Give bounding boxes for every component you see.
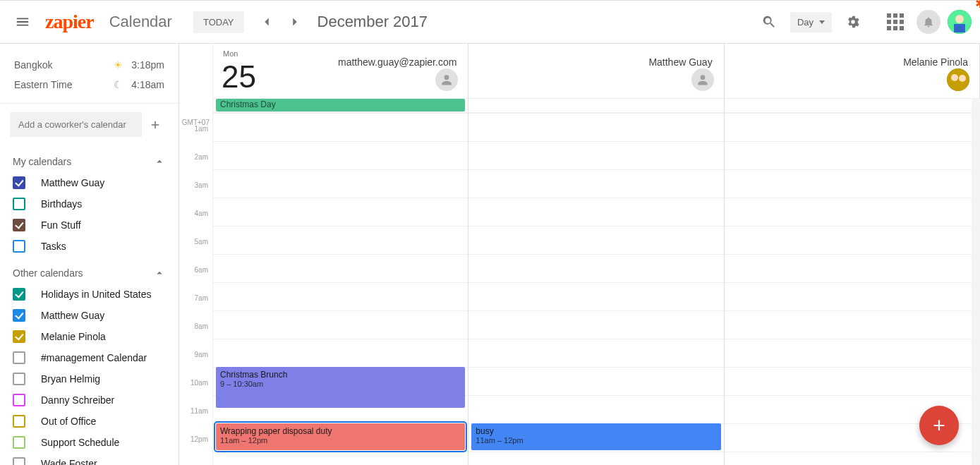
clock-row: Bangkok☀3:18pm	[14, 55, 164, 75]
person-name: matthew.guay@zapier.com	[338, 56, 456, 68]
my-calendars-label: My calendars	[13, 156, 71, 167]
calendar-checkbox[interactable]	[13, 351, 25, 364]
calendar-event[interactable]: busy11am – 12pm	[471, 423, 720, 450]
calendar-label: Danny Schreiber	[41, 394, 114, 406]
view-selector[interactable]: Day	[790, 12, 832, 32]
calendar-label: Holidays in United States	[41, 289, 151, 300]
event-time: 11am – 12pm	[220, 436, 461, 445]
calendar-grid: GMT+07 1am2am3am4am5am6am7am8am9am10am11…	[179, 44, 980, 465]
calendar-item[interactable]: Melanie Pinola	[0, 326, 179, 347]
calendar-item[interactable]: Out of Office	[0, 411, 179, 432]
calendar-item[interactable]: Bryan Helmig	[0, 368, 179, 389]
world-clocks: Bangkok☀3:18pmEastern Time☾4:18am	[0, 44, 179, 104]
calendar-checkbox[interactable]	[13, 394, 25, 406]
calendar-item[interactable]: Holidays in United States	[0, 284, 179, 305]
brand-text: zapier	[45, 11, 94, 33]
calendar-checkbox[interactable]	[13, 219, 25, 231]
event-title: Wrapping paper disposal duty	[220, 426, 461, 436]
next-day-button[interactable]	[281, 8, 309, 36]
calendar-checkbox[interactable]	[13, 309, 25, 322]
add-calendar-icon[interactable]	[142, 113, 169, 137]
apps-grid-icon[interactable]	[881, 8, 909, 36]
calendar-checkbox[interactable]	[13, 415, 25, 428]
calendar-item[interactable]: Fun Stuff	[0, 215, 179, 236]
svg-rect-2	[954, 24, 965, 32]
calendar-checkbox[interactable]	[13, 198, 25, 210]
hour-label: 1am	[195, 125, 208, 133]
calendar-label: Support Schedule	[41, 437, 119, 448]
add-coworker-input[interactable]: Add a coworker's calendar	[10, 112, 142, 137]
menu-icon[interactable]	[6, 5, 40, 39]
sidebar: Bangkok☀3:18pmEastern Time☾4:18am Add a …	[0, 44, 179, 465]
allday-row[interactable]	[468, 99, 723, 113]
allday-event[interactable]: Christmas Day	[216, 99, 465, 111]
app-header: zapier ✱ Calendar TODAY December 2017 Da…	[0, 0, 980, 44]
today-button[interactable]: TODAY	[193, 11, 244, 33]
calendar-checkbox[interactable]	[13, 436, 25, 449]
prev-day-button[interactable]	[253, 8, 281, 36]
person-column: Matthew Guaybusy11am – 12pm	[468, 44, 724, 465]
calendar-item[interactable]: Wade Foster	[0, 453, 179, 465]
weekday-label: Mon	[223, 49, 238, 58]
calendar-item[interactable]: Support Schedule	[0, 432, 179, 453]
calendar-item[interactable]: Tasks	[0, 236, 179, 257]
person-avatar[interactable]	[691, 68, 714, 91]
view-label: Day	[797, 17, 813, 28]
calendar-event[interactable]: Wrapping paper disposal duty11am – 12pm	[216, 423, 465, 450]
date-number: 25	[222, 59, 256, 95]
hours-area[interactable]: Christmas Brunch9 – 10:30amWrapping pape…	[213, 113, 468, 452]
hour-label: 5am	[195, 238, 208, 246]
create-event-button[interactable]: +	[919, 406, 959, 445]
calendar-checkbox[interactable]	[13, 176, 25, 189]
hours-area[interactable]: busy11am – 12pm	[468, 113, 723, 452]
calendar-item[interactable]: Birthdays	[0, 193, 179, 215]
calendar-item[interactable]: #management Calendar	[0, 347, 179, 368]
calendar-label: Tasks	[41, 241, 66, 252]
hour-label: 10am	[190, 379, 208, 387]
brand-logo[interactable]: zapier ✱	[45, 11, 94, 33]
svg-point-4	[951, 74, 958, 81]
calendar-label: #management Calendar	[41, 352, 147, 363]
calendar-checkbox[interactable]	[13, 330, 25, 343]
calendar-event[interactable]: Christmas Brunch9 – 10:30am	[216, 367, 465, 408]
calendar-checkbox[interactable]	[13, 288, 25, 301]
my-calendars-heading[interactable]: My calendars	[0, 145, 179, 172]
hour-label: 8am	[195, 322, 208, 330]
calendar-checkbox[interactable]	[13, 457, 25, 465]
notifications-icon[interactable]	[917, 10, 940, 34]
hours-area[interactable]	[725, 113, 979, 452]
time-axis: GMT+07 1am2am3am4am5am6am7am8am9am10am11…	[179, 44, 213, 465]
svg-point-1	[955, 15, 964, 23]
other-calendars-heading[interactable]: Other calendars	[0, 257, 179, 284]
profile-avatar[interactable]	[948, 10, 972, 34]
calendar-label: Birthdays	[41, 198, 82, 210]
clock-time: 4:18am	[131, 79, 164, 90]
allday-row[interactable]: Christmas Day	[213, 99, 468, 113]
person-avatar[interactable]	[947, 68, 969, 91]
column-header: Melanie Pinola	[725, 44, 979, 99]
clock-city: Eastern Time	[14, 79, 72, 90]
hour-label: 11am	[190, 407, 208, 415]
brand-star-icon: ✱	[975, 0, 980, 11]
calendar-item[interactable]: Matthew Guay	[0, 305, 179, 326]
settings-icon[interactable]	[839, 8, 867, 36]
scrollbar[interactable]	[972, 99, 980, 465]
allday-row[interactable]	[725, 99, 979, 113]
calendar-item[interactable]: Danny Schreiber	[0, 389, 179, 411]
column-header: Matthew Guay	[468, 44, 723, 99]
chevron-up-icon	[153, 155, 166, 168]
app-title: Calendar	[109, 13, 172, 31]
hour-label: 4am	[195, 210, 208, 217]
clock-city: Bangkok	[14, 59, 52, 71]
hour-label: 3am	[195, 181, 208, 189]
column-header: Mon25matthew.guay@zapier.com	[213, 44, 468, 99]
people-columns: Mon25matthew.guay@zapier.comChristmas Da…	[213, 44, 980, 465]
event-time: 9 – 10:30am	[220, 380, 461, 388]
calendar-checkbox[interactable]	[13, 240, 25, 253]
svg-point-5	[959, 75, 966, 82]
calendar-item[interactable]: Matthew Guay	[0, 172, 179, 193]
calendar-checkbox[interactable]	[13, 373, 25, 385]
search-icon[interactable]	[755, 8, 783, 36]
person-avatar[interactable]	[435, 68, 458, 91]
calendar-label: Matthew Guay	[41, 310, 104, 321]
